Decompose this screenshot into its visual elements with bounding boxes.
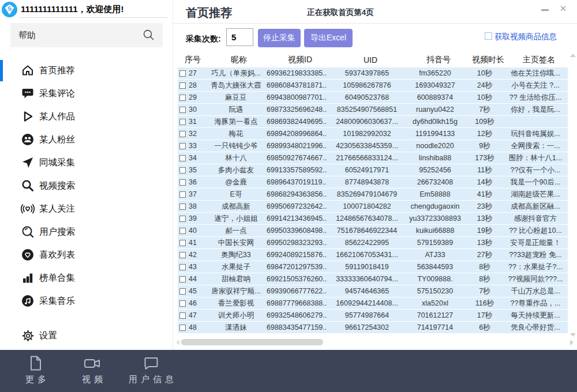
cell-uid: 60490523768 [327,93,407,101]
cell-nickname: 一只钝钝少爷 [205,141,267,151]
cell-no: 44 [186,275,205,283]
row-checkbox[interactable] [179,288,186,295]
cell-douyin_id: ATJ33 [407,251,463,259]
cell-douyin_id: 579159389 [407,239,463,247]
cell-uid: 87748943878 [327,178,407,186]
goods-info-checkbox[interactable] [485,32,492,40]
row-checkbox[interactable] [179,276,186,282]
row-checkbox[interactable] [179,95,186,101]
row-checkbox[interactable] [179,300,186,307]
table-row: 47训犬师小明69932548606279...9577498766470161… [178,310,568,322]
close-button[interactable]: ✕ [556,3,570,17]
row-checkbox[interactable] [179,191,186,198]
ranking-icon [21,271,35,285]
cell-uid: 95774987664 [327,311,407,319]
row-checkbox[interactable] [179,216,186,222]
cell-video_id: 69950298323293... [267,239,327,247]
cell-nickname: 海豚第一看点 [205,117,267,127]
cell-douyin_id: 1191994133 [407,130,463,138]
horizontal-scroll-left-arrow[interactable] [176,340,179,345]
cell-duration: 7秒 [463,287,507,296]
horizontal-scrollbar-thumb[interactable] [181,339,323,345]
vertical-scroll-up-arrow[interactable] [570,54,576,57]
cell-signature: 围脖：林十八1... [507,153,564,163]
sidebar-item-video-search[interactable]: 视频搜索 [0,174,173,197]
help-search-box[interactable]: 帮助 [10,23,163,47]
table-row: 32梅花69894208996864...1019829920321191994… [178,128,568,140]
video-search-icon [21,179,35,193]
table-row: 39遂宁，小姐姐69914213436945...12486567634078.… [178,213,568,225]
row-checkbox[interactable] [179,82,186,89]
sidebar-item-collect-music[interactable]: 采集音乐 [0,289,173,312]
bottombar-item-video[interactable]: 视频 [69,355,115,385]
cell-douyin_id: 701612127 [407,311,463,319]
row-checkbox[interactable] [179,155,186,161]
cell-video_id: 69939066777622... [267,287,327,295]
cell-duration: 17秒 [463,311,507,321]
message-icon [143,355,159,372]
sidebar-item-label: 某人关注 [39,203,75,215]
status-text: 正在获取首页第4页 [277,7,404,18]
row-checkbox[interactable] [179,143,186,149]
cell-duration: 27秒 [463,250,507,260]
likes-icon [21,248,35,262]
row-checkbox[interactable] [179,325,186,331]
bottombar-item-more[interactable]: 更多 [13,355,59,385]
row-checkbox[interactable] [179,107,186,113]
sidebar-item-city-collect[interactable]: 同城采集 [0,151,173,174]
main-header: 首页推荐 正在获取首页第4页 ✕ [173,0,577,24]
row-checkbox[interactable] [179,312,186,319]
cell-signature: 湖南超级芒果... [507,190,564,199]
cell-signature: 全网搜索：一... [507,141,564,151]
vertical-scroll-down-arrow[interactable] [570,333,576,337]
table-header-row: 序号昵称视频IDUID抖音号视频时长主页签名 [178,52,568,67]
minimize-button[interactable] [537,0,553,17]
sidebar-item-ranking-collection[interactable]: 榜单合集 [0,266,173,289]
row-checkbox[interactable] [179,228,186,234]
row-checkbox[interactable] [179,240,186,246]
row-checkbox[interactable] [179,70,186,77]
sidebar-item-user-search[interactable]: 用户搜索 [0,220,173,243]
row-checkbox[interactable] [179,167,186,174]
cell-no: 46 [186,299,205,307]
row-checkbox[interactable] [179,203,186,210]
cell-no: 42 [186,251,205,259]
sidebar-item-collect-comments[interactable]: 采集评论 [0,82,173,105]
export-excel-button[interactable]: 导出Excel [304,29,353,47]
collect-count-input[interactable] [226,28,253,46]
cell-uid: 100071804282 [327,202,407,210]
sidebar-item-home-recommend[interactable]: 首页推荐 [0,59,173,82]
cell-video_id: 69883435477159... [267,323,327,331]
bottombar-item-userinfo[interactable]: 用户信息 [117,355,186,385]
column-header: 视频ID [270,55,330,65]
row-checkbox[interactable] [179,119,186,125]
row-checkbox[interactable] [179,252,186,258]
stop-collect-button[interactable]: 停止采集 [258,29,301,47]
cell-no: 27 [186,69,205,77]
cell-signature: 凭良心带好货... [507,323,564,333]
table-row: 43水果挞子69847201297539...59119018419563844… [178,261,568,273]
horizontal-scroll-right-arrow[interactable] [570,340,574,345]
goods-info-checkbox-label[interactable]: 获取视频商品信息 [494,32,557,42]
sidebar-item-likes-list[interactable]: 喜欢列表 [0,243,173,266]
cell-video_id: 69896437019119... [267,178,327,186]
cell-no: 48 [186,323,205,331]
cell-video_id: 69850927674667... [267,154,327,162]
cell-video_id: 69950697232642... [267,202,327,210]
cell-signature: ??33超宠粉 免... [507,250,564,260]
sidebar-item-user-follows[interactable]: 某人关注 [0,197,173,220]
row-checkbox[interactable] [179,131,186,137]
cell-video_id: 69894208996864... [267,130,327,138]
cell-nickname: 郝一点 [205,226,267,236]
row-checkbox[interactable] [179,179,186,186]
cell-no: 38 [186,202,205,210]
cell-douyin_id: xla520xl [407,299,463,307]
sidebar-item-settings[interactable]: 设置 [0,324,173,347]
sidebar-item-user-works[interactable]: 某人作品 [0,105,173,128]
file-icon [29,355,43,372]
sidebar-item-user-fans[interactable]: 某人粉丝 [0,128,173,151]
cell-uid: 24800906030637... [327,118,407,126]
cell-duration: 8秒 [463,274,507,284]
row-checkbox[interactable] [179,264,186,270]
cell-uid: 85622422995 [327,239,407,247]
